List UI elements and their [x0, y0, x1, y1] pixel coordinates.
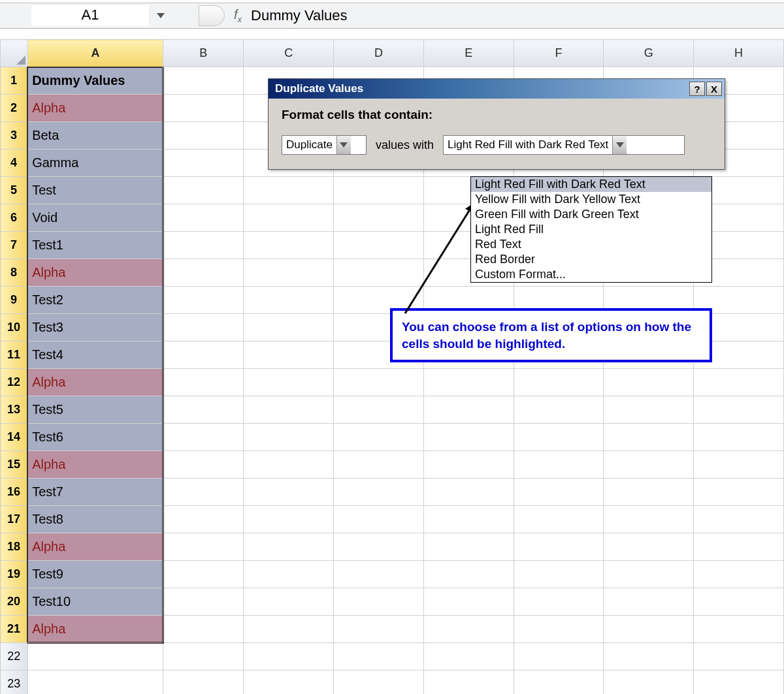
- cell[interactable]: [423, 479, 514, 506]
- cell[interactable]: [334, 588, 424, 616]
- cell[interactable]: [163, 204, 244, 232]
- cell[interactable]: [163, 177, 244, 204]
- cell[interactable]: [334, 369, 424, 396]
- cell[interactable]: [163, 643, 244, 670]
- cell[interactable]: [244, 204, 334, 232]
- col-header-G[interactable]: G: [604, 40, 694, 67]
- dropdown-option[interactable]: Light Red Fill: [471, 222, 711, 237]
- row-header[interactable]: 5: [1, 177, 28, 204]
- name-box-dropdown[interactable]: [149, 5, 172, 26]
- cell[interactable]: [694, 424, 784, 451]
- name-box[interactable]: A1: [31, 5, 149, 26]
- cell[interactable]: [244, 369, 334, 396]
- row-header[interactable]: 4: [1, 150, 28, 177]
- cell[interactable]: [423, 506, 514, 533]
- row-header[interactable]: 6: [1, 204, 28, 232]
- cell[interactable]: [244, 232, 334, 259]
- cell[interactable]: [163, 95, 244, 122]
- row-header[interactable]: 1: [1, 67, 28, 95]
- cell[interactable]: Alpha: [27, 369, 163, 396]
- cell[interactable]: [163, 287, 244, 314]
- col-header-D[interactable]: D: [334, 40, 424, 67]
- cell[interactable]: [27, 643, 163, 670]
- cell[interactable]: [163, 506, 244, 533]
- cell[interactable]: [163, 396, 244, 424]
- cell[interactable]: Test1: [27, 232, 163, 259]
- close-button[interactable]: X: [706, 82, 722, 96]
- cell[interactable]: [604, 396, 694, 424]
- row-header[interactable]: 2: [1, 95, 28, 122]
- row-header[interactable]: 18: [1, 533, 28, 561]
- cell[interactable]: [694, 616, 784, 643]
- cell[interactable]: [423, 533, 514, 561]
- cell[interactable]: [604, 451, 694, 479]
- cell[interactable]: [334, 396, 424, 424]
- cell[interactable]: [163, 479, 244, 506]
- cell[interactable]: [604, 479, 694, 506]
- cell[interactable]: [244, 259, 334, 287]
- cell[interactable]: [604, 424, 694, 451]
- cell[interactable]: [244, 424, 334, 451]
- cell[interactable]: [694, 479, 784, 506]
- row-header[interactable]: 13: [1, 396, 28, 424]
- cell[interactable]: [334, 479, 424, 506]
- cell[interactable]: [163, 314, 244, 341]
- row-header[interactable]: 15: [1, 451, 28, 479]
- cell[interactable]: [423, 424, 514, 451]
- cell[interactable]: Test8: [27, 506, 163, 533]
- cell[interactable]: [244, 561, 334, 588]
- dropdown-option[interactable]: Custom Format...: [471, 267, 711, 282]
- cell[interactable]: [514, 588, 604, 616]
- cell[interactable]: [244, 506, 334, 533]
- cell[interactable]: [423, 451, 514, 479]
- cell[interactable]: Dummy Values: [27, 67, 163, 95]
- cell[interactable]: [604, 533, 694, 561]
- cell[interactable]: [423, 396, 514, 424]
- cell[interactable]: [334, 232, 424, 259]
- cell[interactable]: [514, 643, 604, 670]
- cell[interactable]: [694, 588, 784, 616]
- cell[interactable]: Gamma: [27, 150, 163, 177]
- row-header[interactable]: 14: [1, 424, 28, 451]
- cell[interactable]: [244, 177, 334, 204]
- row-header[interactable]: 7: [1, 232, 28, 259]
- cell[interactable]: [694, 533, 784, 561]
- cell[interactable]: [514, 479, 604, 506]
- cell[interactable]: [163, 259, 244, 287]
- cell[interactable]: [334, 204, 424, 232]
- cell[interactable]: [244, 287, 334, 314]
- cell[interactable]: [163, 451, 244, 479]
- cell[interactable]: [244, 341, 334, 369]
- cell[interactable]: [423, 616, 514, 643]
- row-header[interactable]: 23: [1, 670, 28, 695]
- cell[interactable]: [423, 670, 514, 695]
- cell[interactable]: [27, 670, 163, 695]
- row-header[interactable]: 11: [1, 341, 28, 369]
- cell[interactable]: [334, 616, 424, 643]
- cell[interactable]: [694, 369, 784, 396]
- cell[interactable]: [694, 396, 784, 424]
- row-header[interactable]: 3: [1, 122, 28, 150]
- cell[interactable]: Test6: [27, 424, 163, 451]
- cell[interactable]: Test2: [27, 287, 163, 314]
- cell[interactable]: [694, 643, 784, 670]
- cell[interactable]: [514, 561, 604, 588]
- dialog-titlebar[interactable]: Duplicate Values ? X: [269, 79, 725, 99]
- cell[interactable]: [244, 479, 334, 506]
- cell[interactable]: [514, 369, 604, 396]
- cell[interactable]: [334, 451, 424, 479]
- cell[interactable]: [334, 259, 424, 287]
- cell[interactable]: [423, 561, 514, 588]
- cell[interactable]: [244, 314, 334, 341]
- cell[interactable]: [163, 670, 244, 695]
- cell[interactable]: [514, 451, 604, 479]
- cell[interactable]: [163, 341, 244, 369]
- cell[interactable]: [163, 616, 244, 643]
- cell[interactable]: [514, 616, 604, 643]
- cell[interactable]: [694, 506, 784, 533]
- col-header-B[interactable]: B: [163, 40, 244, 67]
- cell[interactable]: [694, 670, 784, 695]
- cell[interactable]: [163, 424, 244, 451]
- help-button[interactable]: ?: [689, 82, 705, 96]
- cell[interactable]: [163, 67, 244, 95]
